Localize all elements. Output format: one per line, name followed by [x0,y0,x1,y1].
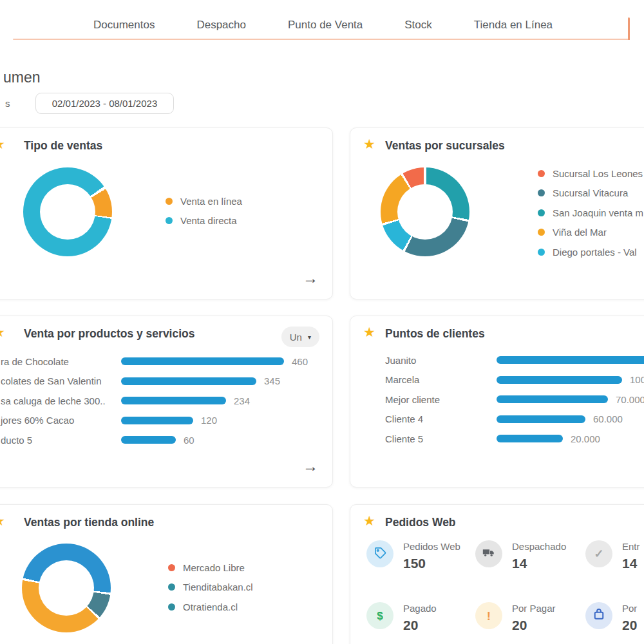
bar-row: ra de Chocolate 460 [1,352,332,372]
card-detail-arrow-icon[interactable]: → [303,459,318,474]
stat-entregado: ✓ Entr 14 [585,540,644,571]
tipo-de-ventas-legend: Venta en línea Venta directa [166,191,242,231]
bar[interactable] [121,397,226,404]
productos-bar-chart: ra de Chocolate 460 colates de San Valen… [0,352,332,450]
legend-dot [168,564,175,571]
page-title: umen [3,69,41,86]
date-filter-label: s [5,98,10,109]
unit-selector-dropdown[interactable]: Un ▾ [281,327,319,347]
legend-dot [538,170,545,177]
bar-row: Mejor cliente 70.000 [385,390,644,410]
card-detail-arrow-icon[interactable]: → [303,270,318,286]
stat-despachado: Despachado 14 [475,540,585,571]
bar-row: sa caluga de leche 300.. 234 [1,391,332,411]
stat-por-retirar: Por 20 [585,602,644,633]
bar-row: Cliente 5 20.000 [385,429,644,449]
card-puntos-de-clientes: ★ Puntos de clientes Juanito Marcela 100… [350,316,644,488]
card-title: Ventas por tienda online [24,516,154,529]
nav-item-despacho[interactable]: Despacho [196,10,246,32]
bar[interactable] [497,376,622,384]
legend-item: Viña del Mar [538,223,643,243]
nav-item-stock[interactable]: Stock [404,10,432,32]
dashboard-screen: Documentos Despacho Punto de Venta Stock… [0,0,644,644]
card-ventas-tienda-online: ★ Ventas por tienda online Mercado Libre… [0,504,333,644]
exclamation-icon: ! [487,610,491,622]
nav-item-punto-de-venta[interactable]: Punto de Venta [288,10,363,32]
nav-item-documentos[interactable]: Documentos [93,10,155,32]
card-title: Tipo de ventas [24,139,102,153]
bar-row: Juanito [385,350,644,370]
tag-icon [374,546,387,562]
dollar-icon: $ [377,611,383,621]
date-range-input[interactable]: 02/01/2023 - 08/01/2023 [35,93,174,114]
active-tab-accent [628,17,630,40]
favorite-star-icon[interactable]: ★ [0,325,5,340]
legend-dot [168,603,175,611]
legend-dot [168,583,175,591]
bar[interactable] [121,417,193,424]
legend-dot [538,189,545,196]
stat-pagado: $ Pagado 20 [366,602,475,633]
bar-row: Cliente 4 60.000 [385,410,644,430]
bar[interactable] [121,377,256,385]
bar-row: colates de San Valentin 345 [1,372,332,392]
card-title: Venta por productos y servicios [24,327,195,341]
tienda-online-legend: Mercado Libre Tienditabakan.cl Otratiend… [168,558,253,617]
legend-dot [166,198,173,205]
bar-row: ducto 5 60 [1,430,332,450]
legend-dot [538,209,545,216]
card-tipo-de-ventas: ★ Tipo de ventas Venta en línea Venta di… [0,128,333,299]
card-ventas-por-sucursales: ★ Ventas por sucursales Sucursal Los Leo… [350,128,644,299]
legend-item: Sucursal Los Leones [538,164,643,184]
bar[interactable] [497,395,608,403]
favorite-star-icon[interactable]: ★ [363,137,375,152]
sucursales-donut-chart[interactable] [381,167,469,256]
favorite-star-icon[interactable]: ★ [363,325,375,340]
tienda-online-donut-chart[interactable] [22,544,111,632]
legend-dot [166,217,173,224]
bar[interactable] [121,436,176,444]
stat-pedidos-web: Pedidos Web 150 [366,540,475,571]
card-venta-por-productos: ★ Venta por productos y servicios Un ▾ r… [0,316,333,488]
favorite-star-icon[interactable]: ★ [0,137,5,152]
legend-item: Otratienda.cl [168,597,253,617]
legend-item: San Joaquin venta m [538,203,643,223]
sucursales-legend: Sucursal Los Leones Sucursal Vitacura Sa… [538,164,643,262]
legend-item: Sucursal Vitacura [538,184,643,204]
puntos-bar-chart: Juanito Marcela 100.000 Mejor cliente 70… [350,350,644,449]
nav-item-tienda-en-linea[interactable]: Tienda en Línea [474,10,553,32]
nav-accent-underline [13,39,629,40]
legend-item: Diego portales - Val [538,242,643,262]
tipo-de-ventas-donut-chart[interactable] [23,167,112,256]
legend-item: Mercado Libre [168,558,253,578]
bar[interactable] [497,435,563,442]
card-pedidos-web: ★ Pedidos Web Pedidos Web 150 [350,504,644,644]
card-title: Puntos de clientes [385,327,485,341]
bar[interactable] [497,415,585,423]
legend-item: Tienditabakan.cl [168,578,253,598]
bar[interactable] [497,356,644,364]
chevron-down-icon: ▾ [308,334,311,341]
check-icon: ✓ [594,548,603,560]
favorite-star-icon[interactable]: ★ [0,513,5,529]
bar[interactable] [121,357,284,365]
legend-dot [538,249,545,256]
legend-item: Venta directa [166,211,242,231]
bar-row: jores 60% Cacao 120 [1,411,332,431]
card-title: Ventas por sucursales [385,139,505,153]
legend-item: Venta en línea [166,191,242,211]
top-nav: Documentos Despacho Punto de Venta Stock… [0,0,644,41]
stat-por-pagar: ! Por Pagar 20 [475,602,585,633]
pedidos-web-stats: Pedidos Web 150 Despachado 14 ✓ [366,540,644,633]
bag-icon [592,608,605,623]
favorite-star-icon[interactable]: ★ [363,513,375,529]
truck-icon [482,545,496,562]
legend-dot [538,229,545,236]
card-title: Pedidos Web [385,516,456,529]
bar-row: Marcela 100.000 [385,370,644,390]
